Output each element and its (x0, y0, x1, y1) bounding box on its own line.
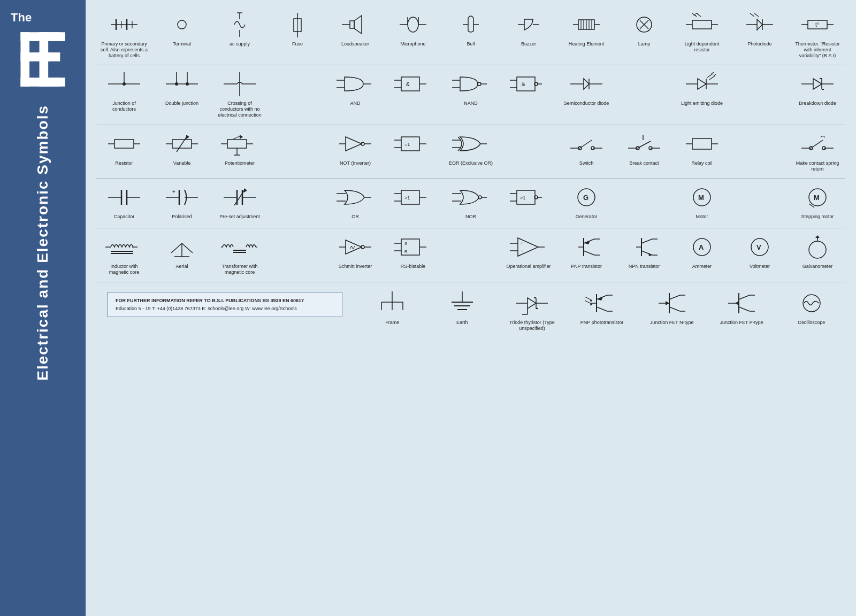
symbol-drawing: A (681, 233, 723, 262)
svg-rect-78 (401, 77, 419, 91)
symbol-cell: Primary or secondary cell. Also represen… (96, 8, 152, 60)
symbol-label: Buzzer (521, 41, 536, 47)
symbol-label: Resistor (115, 160, 133, 166)
symbol-drawing (334, 70, 377, 99)
symbol-cell: Aerial (154, 230, 210, 278)
symbol-drawing: & (507, 70, 550, 99)
symbol-cell: >1 (501, 181, 556, 224)
symbol-label: Break contact (629, 160, 659, 166)
symbol-cell: Light emitting diode (674, 67, 730, 120)
symbol-label: Terminal (173, 41, 191, 47)
row-3: Resistor Variable (96, 127, 845, 174)
symbol-cell: & (501, 67, 556, 120)
symbol-drawing (334, 129, 377, 159)
symbol-cell: Buzzer (501, 8, 556, 60)
symbol-drawing (565, 70, 608, 99)
symbol-drawing: S R (392, 233, 434, 262)
svg-point-67 (175, 82, 178, 86)
symbol-cell: Light dependent resistor (674, 8, 730, 60)
symbol-label: Polarised (172, 214, 192, 220)
symbol-drawing (218, 233, 261, 262)
svg-text:M: M (814, 194, 820, 202)
symbol-drawing (510, 289, 553, 318)
svg-line-99 (709, 76, 715, 80)
symbol-drawing (565, 233, 608, 262)
svg-rect-110 (114, 140, 134, 148)
svg-marker-104 (813, 79, 822, 89)
symbol-drawing (160, 70, 203, 99)
symbol-cell: Frame (358, 287, 426, 334)
symbol-label: Frame (385, 320, 399, 326)
svg-point-239 (809, 241, 826, 258)
svg-marker-276 (666, 301, 669, 305)
symbol-cell: Double junction (154, 67, 210, 120)
svg-line-229 (641, 239, 652, 243)
symbol-drawing (796, 129, 839, 159)
symbol-label: AND (350, 101, 360, 106)
svg-text:S: S (404, 241, 407, 246)
svg-line-48 (697, 13, 701, 17)
symbol-label: Pre-set adjustment (219, 214, 260, 220)
symbol-cell: Triode thyristor (Type unspecified) (498, 287, 566, 334)
symbol-drawing (449, 70, 492, 99)
symbol-drawing (103, 183, 146, 212)
symbol-cell (732, 181, 788, 224)
symbol-cell: =1 (385, 127, 441, 174)
symbol-cell: Bell (443, 8, 499, 60)
svg-marker-283 (735, 301, 739, 305)
svg-text:+: + (521, 241, 523, 246)
svg-rect-6 (40, 52, 60, 61)
symbol-drawing (103, 10, 146, 40)
svg-line-139 (580, 140, 592, 148)
svg-text:=1: =1 (404, 142, 410, 147)
symbol-cell: OR (327, 181, 383, 224)
row-divider (96, 65, 845, 65)
symbol-drawing (441, 289, 484, 318)
symbol-drawing (218, 10, 261, 40)
svg-text:>1: >1 (404, 195, 410, 201)
svg-line-55 (750, 13, 754, 17)
svg-line-101 (714, 74, 716, 76)
symbol-drawing (507, 10, 550, 40)
symbol-drawing (623, 233, 666, 262)
info-box: FOR FURTHER INFORMATION REFER TO B.S.I. … (107, 292, 342, 317)
symbol-label: Crossing of conductors with no electrica… (216, 101, 264, 118)
symbol-drawing (160, 233, 203, 262)
symbol-label: Breakdown diode (799, 101, 836, 106)
symbol-drawing: =1 (392, 129, 434, 159)
symbol-cell: Switch (559, 127, 614, 174)
symbol-label: NPN transistor (629, 264, 660, 270)
symbol-drawing (796, 70, 839, 99)
symbol-drawing (334, 183, 377, 212)
svg-text:t°: t° (815, 22, 819, 28)
symbol-drawing (334, 10, 377, 40)
symbol-drawing: M (796, 183, 839, 212)
svg-line-266 (585, 297, 592, 301)
symbol-drawing (160, 129, 203, 159)
symbol-drawing (392, 10, 434, 40)
symbol-cell: PNP phototransistor (568, 287, 636, 334)
symbol-label: Potentiometer (225, 160, 255, 166)
symbol-label: Switch (579, 160, 594, 166)
symbol-label: Thermistor. "Resistor with inherent vari… (793, 41, 842, 58)
symbol-drawing (738, 10, 781, 40)
symbol-drawing (565, 10, 608, 40)
symbol-cell: Junction FET N-type (638, 287, 706, 334)
symbol-drawing: t° (796, 10, 839, 40)
symbol-drawing (218, 129, 261, 159)
symbol-cell: S R RS-bistable (385, 230, 441, 278)
symbol-label: Oscilloscope (798, 320, 825, 326)
symbol-cell (270, 181, 325, 224)
symbol-cell: Transformer with magnetic core (212, 230, 268, 278)
svg-text:&: & (522, 81, 525, 87)
svg-marker-122 (240, 135, 243, 139)
sidebar-title: Electrical and Electronic Symbols (34, 105, 52, 381)
symbol-label: Earth (456, 320, 468, 326)
symbol-cell: M Stepping motor (790, 181, 845, 224)
svg-line-262 (597, 307, 607, 311)
svg-rect-148 (692, 138, 712, 149)
row-5: Inductor with magnetic core Aerial (96, 230, 845, 278)
symbol-drawing: & (392, 70, 434, 99)
symbol-cell: Schmitt inverter (327, 230, 383, 278)
symbol-label: Fuse (292, 41, 303, 47)
